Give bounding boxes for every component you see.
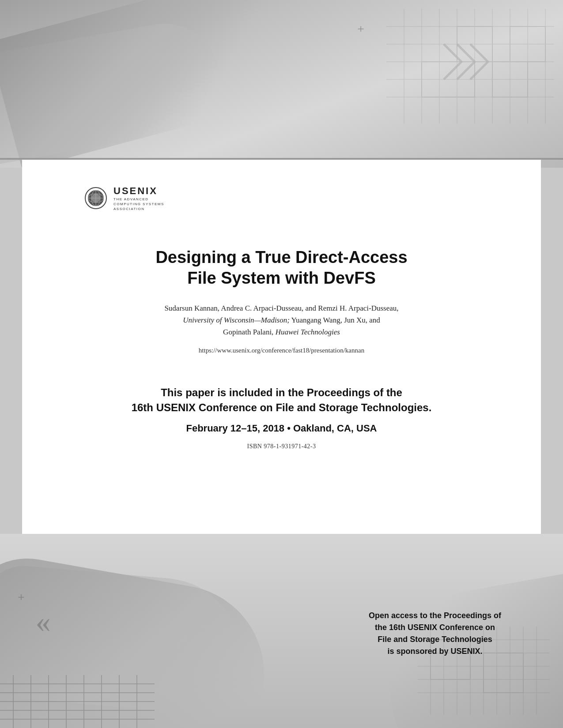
logo-subtitle: THE ADVANCED COMPUTING SYSTEMS ASSOCIATI… xyxy=(113,197,164,212)
main-content: USENIX THE ADVANCED COMPUTING SYSTEMS AS… xyxy=(22,159,541,534)
conference-date: February 12–15, 2018 • Oakland, CA, USA xyxy=(186,423,377,434)
logo-area: USENIX THE ADVANCED COMPUTING SYSTEMS AS… xyxy=(84,185,164,212)
isbn: ISBN 978-1-931971-42-3 xyxy=(247,443,316,450)
svg-rect-53 xyxy=(484,653,523,693)
logo-name: USENIX xyxy=(113,185,164,197)
proceedings-statement: This paper is included in the Proceeding… xyxy=(132,385,432,415)
open-access-text: Open access to the Proceedings of the 16… xyxy=(351,610,519,657)
plus-signs-top: + xyxy=(357,22,364,36)
open-access-box: Open access to the Proceedings of the 16… xyxy=(351,610,519,657)
paper-url: https://www.usenix.org/conference/fast18… xyxy=(199,347,364,354)
usenix-logo-icon xyxy=(84,186,108,210)
top-decoration: + xyxy=(0,0,563,168)
paper-authors: Sudarsun Kannan, Andrea C. Arpaci-Dussea… xyxy=(164,302,398,338)
top-right-decoration xyxy=(342,0,563,168)
bottom-decoration: ‹‹ + xyxy=(0,534,563,728)
separator xyxy=(0,158,563,160)
chevrons-left-icon: ‹‹ xyxy=(35,604,47,640)
logo-text-area: USENIX THE ADVANCED COMPUTING SYSTEMS AS… xyxy=(113,185,164,212)
paper-title: Designing a True Direct-Access File Syst… xyxy=(155,247,407,289)
circuit-top-right xyxy=(386,9,554,124)
circuit-lines-bottom xyxy=(0,675,155,728)
plus-sign-bottom: + xyxy=(18,590,25,604)
